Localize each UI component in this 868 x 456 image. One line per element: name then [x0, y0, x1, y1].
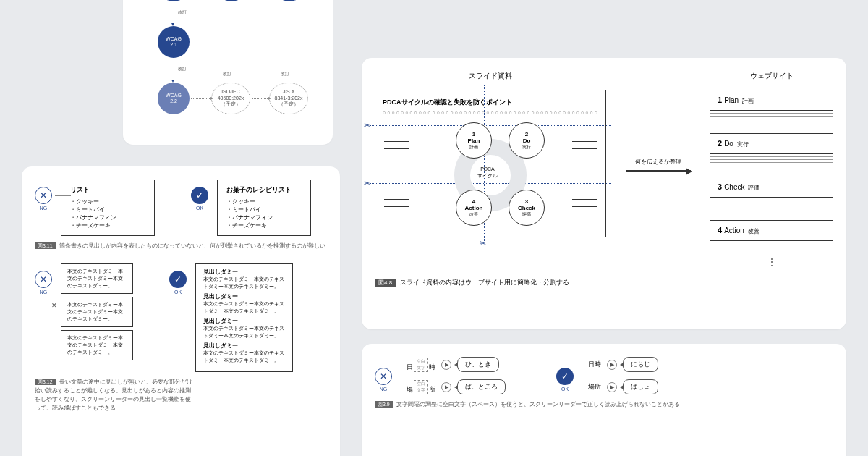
- connector: [55, 195, 71, 196]
- caption-text: 箇条書きの見出しが内容を表したものになっていないと、何が列挙されているかを推測す…: [59, 242, 326, 249]
- label: 日時: [588, 360, 601, 369]
- line: [710, 116, 833, 117]
- ng-para: 本文のテキストダミー本文のテキストダミー本文のテキストダミー。: [61, 297, 133, 327]
- pdca-jp: 実行: [522, 144, 531, 151]
- scissor-icon: ✂: [480, 239, 486, 248]
- list-item: チーズケーキ: [70, 221, 145, 229]
- ok-label: OK: [196, 206, 203, 211]
- ng-label: NG: [40, 290, 48, 295]
- caption-text: 文字間隔の調整に空白文字（スペース）を使うと、スクリーンリーダーで正しく読み上げ…: [396, 401, 680, 408]
- ok-list: クッキー ミートパイ バナナマフィン チーズケーキ: [226, 198, 302, 229]
- ng-para: 本文のテキストダミー本文のテキストダミー本文のテキストダミー。: [61, 330, 133, 360]
- slide-title: PDCAサイクルの確認と失敗を防ぐポイント: [383, 98, 598, 107]
- pdca-num: 4: [472, 198, 475, 205]
- dotted-v: [289, 3, 289, 81]
- spacing-row: ✕ NG 日空白文字時 ▶ ひ、とき 場空白文字所 ▶ ば、ところ ✓ OK 日…: [375, 357, 833, 394]
- space-indicator: 空白文字: [414, 358, 428, 372]
- ok-badge-wrap: ✓ OK: [169, 263, 187, 295]
- ok-heading: 見出しダミー: [203, 342, 285, 350]
- spacing-card: ✕ NG 日空白文字時 ▶ ひ、とき 場空白文字所 ▶ ば、ところ ✓ OK 日…: [362, 344, 846, 456]
- ng-list-box: リスト クッキー ミートパイ バナナマフィン チーズケーキ: [61, 180, 155, 236]
- en: Do: [724, 140, 733, 148]
- label: 日空白文字時: [407, 358, 435, 372]
- reading-bubble: ばしょ: [623, 379, 658, 394]
- jp: 計画: [742, 98, 754, 104]
- list-item: バナナマフィン: [226, 214, 302, 221]
- pdca-en: Plan: [468, 138, 480, 144]
- line: [710, 159, 833, 160]
- pdca-plan: 1Plan計画: [456, 122, 492, 159]
- ok-para: 本文のテキストダミー本文のテキストダミー本文のテキストダミー。: [203, 350, 285, 364]
- list-item: ミートパイ: [226, 206, 302, 214]
- iso2012-circle: ISO/IEC40500:2012: [216, 0, 247, 1]
- ok-list-box: お菓子のレシピリスト クッキー ミートパイ バナナマフィン チーズケーキ: [217, 180, 311, 236]
- caption-text: スライド資料の内容はウェブサイト用に簡略化・分割する: [400, 279, 569, 286]
- ok-heading: 見出しダミー: [203, 318, 285, 325]
- check-icon: ✓: [191, 187, 208, 204]
- fig-label: 図3.11: [35, 242, 56, 249]
- reading-bubble: ば、ところ: [457, 379, 506, 394]
- arrow-h: [252, 98, 268, 99]
- web-list: 1Plan 計画 2Do 実行 3Check 評価 4Action 改善 ⋮: [710, 90, 833, 268]
- ok-sections: 見出しダミー本文のテキストダミー本文のテキストダミー本文のテキストダミー。 見出…: [195, 263, 293, 372]
- ng-list-title: リスト: [70, 186, 145, 195]
- ok-label: OK: [561, 387, 569, 392]
- ok-badge-wrap: ✓ OK: [556, 360, 574, 392]
- num: 3: [718, 182, 722, 191]
- kaitei-label: 改訂: [178, 66, 187, 72]
- vertical-dots-icon: ⋮: [710, 256, 833, 268]
- ng-para: 本文のテキストダミー本文のテキストダミー本文のテキストダミー。: [61, 263, 133, 294]
- arrow-organize: 何を伝えるか整理: [624, 158, 692, 172]
- check-icon: ✓: [169, 271, 187, 288]
- fig-label: 図4.8: [375, 279, 396, 287]
- play-icon: ▶: [441, 360, 451, 370]
- pdca-en: Action: [465, 205, 483, 211]
- pdca-num: 2: [525, 131, 528, 138]
- cut-line: [370, 242, 611, 242]
- list-item: クッキー: [226, 198, 302, 206]
- line: [710, 203, 833, 203]
- ng-label: NG: [40, 206, 48, 211]
- ng-group: 日空白文字時 ▶ ひ、とき 場空白文字所 ▶ ば、ところ: [407, 357, 506, 394]
- play-icon: ▶: [607, 382, 617, 392]
- close-icon: ✕: [35, 271, 52, 288]
- play-icon: ▶: [607, 360, 617, 370]
- arrow-h: [191, 98, 210, 99]
- kaitei-label: 改訂: [178, 9, 187, 16]
- caption-2: 図3.12長い文章の途中に見出しが無いと、必要な部分だけ拾い読みすることが難しく…: [35, 378, 194, 413]
- ok-list-title: お菓子のレシピリスト: [226, 186, 302, 195]
- arrow-line: [626, 170, 691, 172]
- pdca-ring: PDCAサイクル 1Plan計画 2Do実行 3Check評価 4Action改…: [425, 121, 556, 229]
- web-item-action: 4Action 改善: [710, 220, 833, 241]
- caption-text: 長い文章の途中に見出しが無いと、必要な部分だけ拾い読みすることが難しくなる。見出…: [35, 379, 192, 411]
- ok-group: 日時 ▶ にちじ 場所 ▶ ばしょ: [588, 357, 658, 394]
- list-item: クッキー: [70, 198, 145, 206]
- web-item-check: 3Check 評価: [710, 177, 833, 198]
- fig-label: 図3.12: [35, 379, 56, 385]
- dotted-v: [231, 3, 231, 81]
- example-2: ✕ NG 本文のテキストダミー本文のテキストダミー本文のテキストダミー。 本文の…: [35, 263, 327, 372]
- reading-bubble: にちじ: [623, 357, 658, 372]
- jis2016-circle: JIS X8341-3:2016: [273, 0, 305, 1]
- arrow-v: [174, 59, 174, 80]
- ng-badge-wrap: ✕ NG: [35, 180, 52, 211]
- web-item-do: 2Do 実行: [710, 133, 833, 154]
- caption-1: 図3.11箇条書きの見出しが内容を表したものになっていないと、何が列挙されている…: [35, 242, 327, 250]
- num: 4: [718, 226, 722, 235]
- slide-area: スライド資料 PDCAサイクルの確認と失敗を防ぐポイント ○○○○○○○○○○○…: [375, 71, 606, 237]
- list-item: バナナマフィン: [70, 214, 145, 221]
- wcag22-circle: WCAG2.2: [158, 83, 190, 114]
- wcag20-circle: WCAG2.0: [158, 0, 190, 1]
- ok-badge-wrap: ✓ OK: [191, 180, 208, 211]
- ok-item: 場所 ▶ ばしょ: [588, 379, 658, 394]
- ok-para: 本文のテキストダミー本文のテキストダミー本文のテキストダミー。: [203, 300, 285, 315]
- line: [710, 113, 833, 114]
- num: 1: [718, 96, 722, 104]
- wcag21-circle: WCAG2.1: [158, 26, 190, 58]
- ok-item: 日時 ▶ にちじ: [588, 357, 658, 372]
- ng-label: NG: [380, 387, 388, 392]
- pdca-check: 3Check評価: [509, 190, 545, 226]
- web-item-plan: 1Plan 計画: [710, 90, 833, 111]
- list-examples-card: ✕ NG リスト クッキー ミートパイ バナナマフィン チーズケーキ ✓ OK …: [22, 166, 340, 456]
- ok-heading: 見出しダミー: [203, 269, 285, 276]
